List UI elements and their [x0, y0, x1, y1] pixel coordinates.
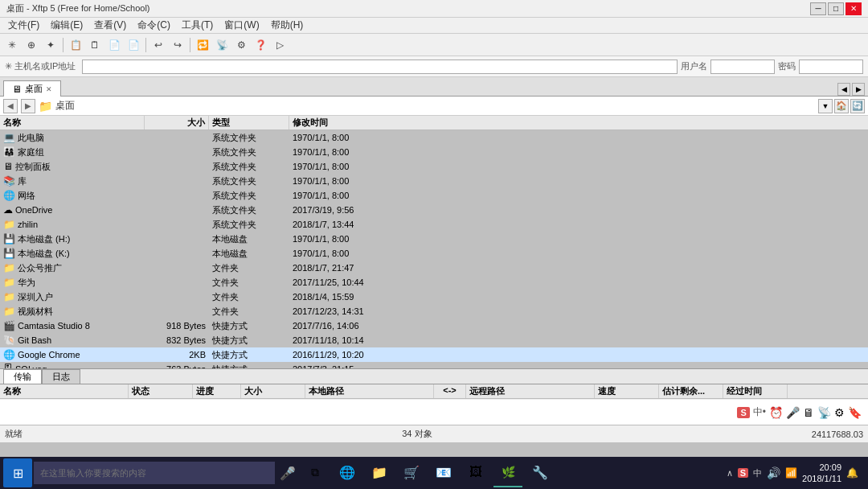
table-row[interactable]: 📁 深圳入户 文件夹 2018/1/4, 15:59 [0, 290, 868, 304]
taskbar-app-explorer[interactable]: 📁 [365, 458, 394, 487]
table-row[interactable]: 👨‍👩‍👧 家庭组 系统文件夹 1970/1/1, 8:00 [0, 145, 868, 159]
table-row[interactable]: ☁ OneDrive 系统文件夹 2017/3/19, 9:56 [0, 203, 868, 217]
file-icon: 💻 [3, 132, 15, 143]
file-cell-size [145, 253, 209, 254]
tab-next-button[interactable]: ▶ [852, 83, 865, 96]
table-row[interactable]: 📁 公众号推广 文件夹 2018/1/7, 21:47 [0, 261, 868, 275]
menu-file[interactable]: 文件(F) [3, 18, 44, 33]
table-row[interactable]: 📁 华为 文件夹 2017/11/25, 10:44 [0, 275, 868, 290]
sys-volume-icon[interactable]: 🔊 [767, 466, 780, 479]
table-row[interactable]: 🎬 Camtasia Studio 8 918 Bytes 快捷方式 2017/… [0, 318, 868, 333]
menu-tools[interactable]: 工具(T) [177, 18, 218, 33]
toolbar-btn-4[interactable]: 📋 [67, 36, 84, 54]
table-row[interactable]: 💾 本地磁盘 (H:) 本地磁盘 1970/1/1, 8:00 [0, 232, 868, 246]
menu-command[interactable]: 命令(C) [133, 18, 175, 33]
file-cell-name: 📁 公众号推广 [0, 261, 145, 275]
search-bar[interactable] [34, 462, 275, 484]
file-cell-type: 文件夹 [209, 261, 289, 275]
toolbar-btn-12[interactable]: ⚙ [232, 36, 250, 54]
table-row[interactable]: 🌐 Google Chrome 2KB 快捷方式 2016/11/29, 10:… [0, 347, 868, 362]
path-action-home[interactable]: 🏠 [834, 99, 849, 113]
toolbar-btn-5[interactable]: 🗒 [86, 36, 104, 54]
file-name: Camtasia Studio 8 [18, 321, 90, 331]
table-row[interactable]: 📁 zhilin 系统文件夹 2018/1/7, 13:44 [0, 217, 868, 232]
taskbar-app-photos[interactable]: 🖼 [461, 458, 490, 487]
table-row[interactable]: 🌐 网络 系统文件夹 1970/1/1, 8:00 [0, 188, 868, 203]
taskbar-mic-icon[interactable]: 🎤 [280, 466, 296, 481]
start-button[interactable]: ⊞ [3, 458, 32, 487]
toolbar-btn-9[interactable]: ↪ [169, 36, 186, 54]
file-name: 网络 [18, 190, 35, 202]
file-cell-date: 2016/11/29, 10:20 [289, 349, 410, 360]
tab-log[interactable]: 日志 [42, 369, 80, 384]
taskbar-app-taskview[interactable]: ⧉ [301, 458, 330, 487]
menu-window[interactable]: 窗口(W) [219, 18, 264, 33]
toolbar-btn-7[interactable]: 📄 [125, 36, 142, 54]
toolbar-btn-14[interactable]: ▷ [271, 36, 289, 54]
toolbar-btn-6[interactable]: 📄 [105, 36, 123, 54]
tab-transfer[interactable]: 传输 [3, 369, 42, 384]
username-input[interactable] [710, 60, 775, 74]
taskbar-search-input[interactable] [40, 468, 268, 478]
file-cell-name: 💾 本地磁盘 (H:) [0, 232, 145, 246]
minimize-button[interactable]: ─ [810, 2, 826, 15]
path-action-refresh[interactable]: 🔄 [850, 99, 865, 113]
file-name: Git Bash [18, 335, 51, 345]
settings-icon: ⚙ [834, 406, 845, 419]
toolbar-btn-10[interactable]: 🔁 [194, 36, 211, 54]
path-text: 桌面 [55, 99, 75, 113]
toolbar-btn-3[interactable]: ✦ [42, 36, 59, 54]
tab-bar: 🖥 桌面 ✕ ◀ ▶ [0, 77, 868, 97]
file-list: 💻 此电脑 系统文件夹 1970/1/1, 8:00 👨‍👩‍👧 家庭组 系统文… [0, 130, 868, 368]
taskbar-app-edge[interactable]: 🌐 [333, 458, 362, 487]
status-text: 就绪 [5, 428, 23, 440]
table-row[interactable]: 📁 视频材料 文件夹 2017/12/23, 14:31 [0, 304, 868, 318]
trans-col-size: 大小 [241, 384, 305, 398]
address-input[interactable] [82, 60, 678, 74]
menu-edit[interactable]: 编辑(E) [46, 18, 88, 33]
table-row[interactable]: 🐚 Git Bash 832 Bytes 快捷方式 2017/11/18, 10… [0, 333, 868, 347]
taskbar-app-mail[interactable]: 📧 [429, 458, 458, 487]
file-icon: 📁 [3, 291, 15, 302]
toolbar-btn-2[interactable]: ⊕ [23, 36, 40, 54]
toolbar-btn-13[interactable]: ❓ [252, 36, 269, 54]
table-row[interactable]: 💻 此电脑 系统文件夹 1970/1/1, 8:00 [0, 130, 868, 145]
table-row[interactable]: 🖥 控制面板 系统文件夹 1970/1/1, 8:00 [0, 159, 868, 174]
path-dropdown-button[interactable]: ▼ [818, 99, 833, 113]
taskbar-clock[interactable]: 20:09 2018/1/11 [802, 462, 841, 485]
col-header-name[interactable]: 名称 [0, 116, 145, 129]
sys-network-icon[interactable]: 📶 [785, 467, 797, 479]
col-header-date[interactable]: 修改时间 [289, 116, 410, 129]
path-back-button[interactable]: ◀ [3, 99, 18, 113]
close-button[interactable]: ✕ [845, 2, 862, 15]
toolbar-btn-8[interactable]: ↩ [149, 36, 167, 54]
toolbar-btn-11[interactable]: 📡 [213, 36, 231, 54]
toolbar-btn-1[interactable]: ✳ [3, 36, 21, 54]
taskbar-app-xftp[interactable]: 🌿 [493, 458, 522, 487]
file-cell-date: 1970/1/1, 8:00 [289, 161, 410, 172]
file-icon: 📚 [3, 175, 15, 187]
file-icon: 🗄 [3, 364, 13, 368]
table-row[interactable]: 💾 本地磁盘 (K:) 本地磁盘 1970/1/1, 8:00 [0, 246, 868, 261]
password-input[interactable] [799, 60, 863, 74]
path-forward-button[interactable]: ▶ [21, 99, 35, 113]
col-header-size[interactable]: 大小 [145, 116, 209, 129]
taskbar-app-extra[interactable]: 🔧 [526, 458, 555, 487]
file-cell-type: 系统文件夹 [209, 189, 289, 203]
menu-view[interactable]: 查看(V) [89, 18, 131, 33]
tab-prev-button[interactable]: ◀ [837, 83, 850, 96]
file-cell-date: 2017/3/19, 9:56 [289, 204, 410, 216]
tab-close-icon[interactable]: ✕ [46, 85, 52, 93]
tab-desktop[interactable]: 🖥 桌面 ✕ [3, 80, 61, 97]
file-cell-name: 🎬 Camtasia Studio 8 [0, 319, 145, 332]
table-row[interactable]: 📚 库 系统文件夹 1970/1/1, 8:00 [0, 174, 868, 188]
col-header-type[interactable]: 类型 [209, 116, 289, 129]
file-name: 控制面板 [15, 161, 51, 173]
table-row[interactable]: 🗄 SQLyog... 763 Bytes 快捷方式 2017/7/3, 21:… [0, 362, 868, 368]
sys-notification-icon[interactable]: 🔔 [846, 467, 858, 479]
taskbar-app-store[interactable]: 🛒 [397, 458, 426, 487]
menu-help[interactable]: 帮助(H) [266, 18, 309, 33]
file-cell-type: 快捷方式 [209, 319, 289, 333]
maximize-button[interactable]: □ [828, 2, 844, 15]
network-icon: 📡 [817, 406, 831, 419]
